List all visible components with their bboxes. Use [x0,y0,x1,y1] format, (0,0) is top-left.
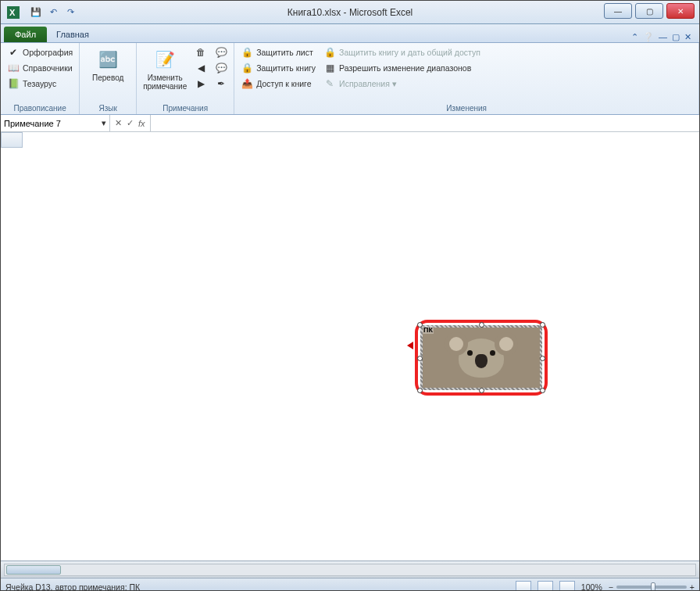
next-comment-button[interactable]: ▶ [193,77,209,91]
research-button[interactable]: 📖Справочники [5,61,74,75]
delete-comment-button[interactable]: 🗑 [193,45,209,59]
minimize-button[interactable]: — [604,3,632,19]
thesaurus-button[interactable]: 📗Тезаурус [5,77,74,91]
next-icon: ▶ [195,77,207,90]
page-layout-button[interactable] [538,581,553,592]
cancel-icon[interactable]: ✕ [115,118,122,128]
save-icon[interactable]: 💾 [29,5,43,20]
comment-arrow-icon [407,342,413,349]
minimize-ribbon-icon[interactable]: ⌃ [631,32,638,42]
protect-sheet-button[interactable]: 🔒Защитить лист [239,45,317,59]
dropdown-icon[interactable]: ▾ [102,118,106,128]
group-label-comments: Примечания [141,102,229,114]
ranges-icon: ▦ [323,62,336,74]
page-break-button[interactable] [559,581,575,592]
group-label-changes: Изменения [239,102,694,114]
formula-input[interactable] [151,115,699,131]
name-box[interactable]: ▾ [1,115,110,131]
track-changes-button[interactable]: ✎Исправления ▾ [322,77,482,91]
share-icon: 📤 [241,77,253,90]
sheet-tab-bar [1,561,699,578]
zoom-in-button[interactable]: + [690,582,695,592]
comment-edit-icon: 📝 [152,47,177,72]
zoom-out-button[interactable]: − [609,582,613,592]
share-workbook-button[interactable]: 📤Доступ к книге [239,77,317,91]
show-icon: 💬 [215,46,227,59]
translate-button[interactable]: 🔤Перевод [84,45,131,84]
group-label-proofing: Правописание [5,102,74,114]
window-titlebar: X 💾 ↶ ↷ Книга10.xlsx - Microsoft Excel —… [1,1,699,24]
window-title: Книга10.xlsx - Microsoft Excel [288,7,412,18]
lock-book-icon: 🔒 [241,62,253,74]
svg-text:X: X [9,8,16,17]
ribbon: ✔Орфография 📖Справочники 📗Тезаурус Право… [1,43,699,115]
comment-image [423,328,540,388]
enter-icon[interactable]: ✓ [127,118,134,128]
comment-selected[interactable]: ПК [415,320,548,396]
prev-icon: ◀ [195,62,207,74]
abc-icon: ✔ [7,46,20,59]
allow-ranges-button[interactable]: ▦Разрешить изменение диапазонов [322,61,482,75]
status-bar: Ячейка D13, автор примечания: ПК 100% − … [1,578,699,591]
select-all-button[interactable] [1,132,23,148]
mdi-restore-icon[interactable]: ▢ [672,32,680,42]
excel-icon: X [1,6,26,19]
ribbon-tabs: Файл Главная ⌃ ❔ — ▢ ✕ [1,24,699,43]
name-box-input[interactable] [4,119,98,128]
horizontal-scrollbar[interactable] [4,564,696,576]
translate-icon: 🔤 [95,47,120,72]
help-icon[interactable]: ❔ [643,32,654,42]
lock-sheet-icon: 🔒 [241,46,253,59]
show-ink-button[interactable]: ✒ [213,77,229,91]
comment-author-label: ПК [423,326,434,334]
status-text: Ячейка D13, автор примечания: ПК [5,582,140,592]
worksheet-grid[interactable]: ПК [1,132,699,561]
show-all-icon: 💬 [215,62,227,74]
thesaurus-icon: 📗 [7,77,20,90]
prev-comment-button[interactable]: ◀ [193,61,209,75]
formula-bar: ▾ ✕✓fx [1,115,699,132]
lock-share-icon: 🔒 [323,46,336,59]
show-comment-button[interactable]: 💬 [213,45,229,59]
mdi-min-icon[interactable]: — [659,32,667,42]
delete-icon: 🗑 [195,46,207,59]
protect-share-button[interactable]: 🔒Защитить книгу и дать общий доступ [322,45,482,59]
edit-comment-button[interactable]: 📝Изменить примечание [141,45,188,92]
spelling-button[interactable]: ✔Орфография [5,45,74,59]
zoom-slider[interactable] [616,586,687,589]
tab-file[interactable]: Файл [4,27,47,42]
normal-view-button[interactable] [516,581,531,592]
book-icon: 📖 [7,62,20,74]
undo-icon[interactable]: ↶ [46,5,60,20]
zoom-level[interactable]: 100% [581,582,602,592]
close-button[interactable]: ✕ [666,3,695,19]
ink-icon: ✒ [215,77,227,90]
redo-icon[interactable]: ↷ [63,5,77,20]
group-label-language: Язык [84,102,131,114]
protect-workbook-button[interactable]: 🔒Защитить книгу [239,61,317,75]
fx-icon[interactable]: fx [138,119,145,128]
show-all-comments-button[interactable]: 💬 [213,61,229,75]
track-icon: ✎ [323,77,336,90]
maximize-button[interactable]: ▢ [635,3,663,19]
tab-Главная[interactable]: Главная [50,27,95,42]
mdi-close-icon[interactable]: ✕ [684,32,691,42]
